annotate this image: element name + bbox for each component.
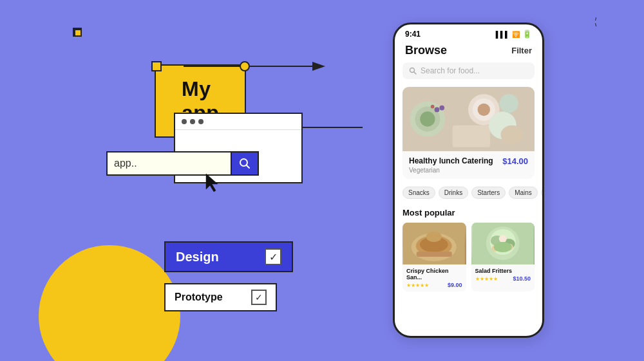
svg-point-27 [426,232,442,242]
svg-point-14 [478,104,490,116]
design-checkbox[interactable]: Design ✓ [164,241,293,272]
popular-item-2-price: $10.50 [513,275,531,282]
design-label: Design [176,250,219,264]
category-mains[interactable]: Mains [509,187,538,199]
design-checkbox-check[interactable]: ✓ [265,248,281,265]
salad-image-svg [471,223,535,264]
category-snacks[interactable]: Snacks [402,187,435,199]
phone-mockup: 9:41 ▌▌▌ 🛜 🔋 Browse Filter Search for fo… [393,23,544,338]
signal-icon: ▌▌▌ [496,31,509,38]
popular-item-1-bottom: ★★★★★ $9.00 [406,282,462,288]
chicken-image-svg [402,223,466,264]
popular-item-1-image [402,223,466,264]
popular-item-2-name: Salad Fritters [475,268,531,274]
corner-handle-br [74,29,82,37]
browser-dots [175,114,301,130]
phone-time: 9:41 [405,30,421,39]
phone-search-icon [409,67,417,75]
most-popular-heading: Most popular [395,205,542,223]
popular-item-2[interactable]: Salad Fritters ★★★★★ $10.50 [471,223,535,292]
popular-item-1-name: Crispy Chicken San... [406,268,462,281]
horizontal-line [301,127,363,128]
phone-filter-button[interactable]: Filter [511,46,532,55]
phone-search-bar[interactable]: Search for food... [402,62,535,79]
popular-item-1-info: Crispy Chicken San... ★★★★★ $9.00 [402,264,466,292]
svg-marker-2 [312,62,325,71]
browser-dot-2 [190,119,195,124]
popular-item-1-price: $9.00 [448,282,462,288]
popular-item-2-bottom: ★★★★★ $10.50 [475,275,531,282]
phone-header: Browse Filter [395,41,542,62]
phone-status-icons: ▌▌▌ 🛜 🔋 [496,30,532,39]
main-food-price: $14.00 [502,156,528,166]
popular-items-row: Crispy Chicken San... ★★★★★ $9.00 [395,223,542,292]
svg-point-36 [493,242,511,252]
category-dessert[interactable]: Dessert [541,187,542,199]
svg-marker-5 [206,174,218,192]
svg-point-18 [501,125,524,144]
prototype-label: Prototype [175,292,223,303]
svg-point-20 [439,106,444,111]
phone-status-bar: 9:41 ▌▌▌ 🛜 🔋 [395,24,542,41]
popular-item-2-stars: ★★★★★ [475,276,498,282]
search-icon [239,158,251,169]
decorative-circle [39,245,180,361]
main-food-image [402,87,535,151]
svg-line-7 [414,72,417,75]
wifi-icon: 🛜 [512,31,520,38]
mouse-cursor [204,172,223,195]
svg-point-33 [498,235,506,243]
svg-point-11 [420,111,435,126]
bell-spark-top: / \ [595,16,596,28]
vertical-line [301,127,303,169]
main-food-name: Healthy lunch Catering [409,156,493,165]
prototype-checkbox[interactable]: Prototype ✓ [164,283,277,311]
search-bar [106,151,259,176]
browser-dot-1 [182,119,187,124]
svg-point-19 [435,107,440,113]
main-food-category: Vegetarian [409,167,493,174]
popular-item-1[interactable]: Crispy Chicken San... ★★★★★ $9.00 [402,223,466,292]
arrow-connector [184,57,338,76]
main-food-info: Healthy lunch Catering Vegetarian $14.00 [402,151,535,179]
search-button[interactable] [232,151,259,176]
phone-search-placeholder: Search for food... [421,66,480,75]
category-pills: Snacks Drinks Starters Mains Dessert [395,187,542,205]
phone-browse-title: Browse [405,44,447,57]
prototype-checkbox-check[interactable]: ✓ [251,290,267,305]
battery-icon: 🔋 [522,30,532,39]
svg-point-17 [500,94,518,113]
category-starters[interactable]: Starters [471,187,506,199]
svg-point-1 [240,62,249,71]
category-drinks[interactable]: Drinks [439,187,468,199]
svg-point-21 [431,105,435,109]
browser-dot-3 [198,119,204,124]
popular-item-2-info: Salad Fritters ★★★★★ $10.50 [471,264,535,285]
popular-item-2-image [471,223,535,264]
svg-line-4 [247,165,250,169]
popular-item-1-stars: ★★★★★ [406,282,429,288]
svg-rect-15 [453,125,490,147]
svg-rect-26 [417,252,452,257]
food-image-svg [402,87,535,151]
main-food-card[interactable]: Healthy lunch Catering Vegetarian $14.00 [402,87,535,179]
